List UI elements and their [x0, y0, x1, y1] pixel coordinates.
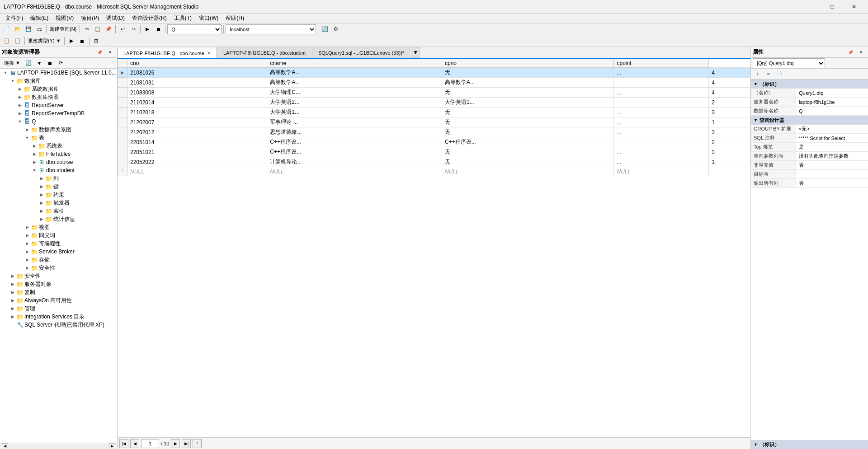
- cell-cpno[interactable]: C++程序设...: [442, 137, 614, 147]
- tree-node-filetables[interactable]: ▶ 📁 FileTables: [0, 150, 117, 158]
- new-cell-cpoint[interactable]: NULL: [614, 167, 709, 176]
- tree-node-sqlagent[interactable]: 🔧 SQL Server 代理(已禁用代理 XP): [0, 321, 117, 329]
- prop-targettable-value[interactable]: [796, 170, 868, 178]
- cell-cpoint[interactable]: 4: [709, 78, 750, 88]
- cell-cpno2[interactable]: ...: [614, 157, 709, 167]
- cell-cpoint[interactable]: 2: [709, 98, 750, 108]
- scroll-left-button[interactable]: ◀: [2, 443, 8, 449]
- table-row[interactable]: 22052022 计算机导论... 无 ... 1: [118, 157, 750, 167]
- tab-sqlquery[interactable]: SQLQuery1.sql -...G1BE\Lenovo (53))*: [312, 47, 410, 58]
- open-button[interactable]: 📂: [13, 24, 23, 34]
- cell-cno[interactable]: 21102014: [127, 98, 267, 108]
- tab-course[interactable]: LAPTOP-F8H1G1BE.Q - dbo.course ✕: [118, 48, 217, 59]
- cell-cno[interactable]: 21202012: [127, 127, 267, 137]
- tree-node-alwayson[interactable]: ▶ 📁 AlwaysOn 高可用性: [0, 296, 117, 304]
- tree-node-dbdiagram[interactable]: ▶ 📁 数据库关系图: [0, 126, 117, 134]
- cell-cname[interactable]: 计算机导论...: [267, 157, 442, 167]
- cell-cpno2[interactable]: ...: [614, 147, 709, 157]
- menu-window[interactable]: 窗口(W): [195, 14, 222, 23]
- refresh-button[interactable]: 🔄: [320, 24, 330, 34]
- tab-course-close[interactable]: ✕: [207, 51, 211, 56]
- tree-node-storage[interactable]: ▶ 📁 存储: [0, 256, 117, 264]
- grid-new-row[interactable]: * NULL NULL NULL NULL: [118, 167, 750, 176]
- cell-cpno2[interactable]: ...: [614, 88, 709, 98]
- table-row[interactable]: 22051014 C++程序设... C++程序设... 2: [118, 137, 750, 147]
- execute-button[interactable]: ▶: [142, 24, 152, 34]
- cell-cpoint[interactable]: 3: [709, 108, 750, 117]
- props-section-identity[interactable]: ▼ （标识）: [751, 80, 868, 89]
- menu-project[interactable]: 项目(P): [77, 14, 103, 23]
- new-cell-cname[interactable]: NULL: [267, 167, 442, 176]
- table-row[interactable]: 21081031 高等数学A... 高等数学A... 4: [118, 78, 750, 88]
- prop-distinct-value[interactable]: 否: [796, 161, 868, 169]
- new-cell-cno[interactable]: NULL: [127, 167, 267, 176]
- cell-cpoint[interactable]: 2: [709, 137, 750, 147]
- refresh-tree-button[interactable]: 🔄: [24, 58, 33, 68]
- tree-node-sysdbs[interactable]: ▶ 📁 系统数据库: [0, 85, 117, 93]
- tree-node-dbsnapshots[interactable]: ▶ 📁 数据库快照: [0, 93, 117, 101]
- prop-sqlcomment-value[interactable]: ***** Script for Select: [796, 134, 868, 142]
- tree-node-col[interactable]: ▶ 📁 列: [0, 174, 117, 182]
- prop-top-value[interactable]: 是: [796, 143, 868, 151]
- toolbar2-run[interactable]: ▶: [66, 36, 76, 46]
- toolbar2-btn2[interactable]: 📋: [13, 36, 23, 46]
- tree-node-key[interactable]: ▶ 📁 键: [0, 182, 117, 191]
- save-all-button[interactable]: 🗂: [34, 24, 44, 34]
- tree-node-security[interactable]: ▶ 📁 安全性: [0, 272, 117, 280]
- cell-cno[interactable]: 22051021: [127, 147, 267, 157]
- tree-node-databases[interactable]: ▼ 📁 数据库: [0, 77, 117, 85]
- tree-node-management[interactable]: ▶ 📁 管理: [0, 304, 117, 313]
- sync-button[interactable]: ⟳: [56, 58, 66, 68]
- minimize-button[interactable]: —: [800, 0, 821, 14]
- tree-node-integration[interactable]: ▶ 📁 Integration Services 目录: [0, 313, 117, 321]
- tree-node-replication[interactable]: ▶ 📁 复制: [0, 288, 117, 296]
- toolbar2-grid[interactable]: ⊞: [91, 36, 101, 46]
- nav-last[interactable]: ▶|: [182, 439, 191, 448]
- cell-cno[interactable]: 22051014: [127, 137, 267, 147]
- cell-cpno2[interactable]: [614, 78, 709, 88]
- prop-db-value[interactable]: Q: [796, 107, 868, 115]
- cell-cpno[interactable]: 无: [442, 147, 614, 157]
- toolbar2-changetype[interactable]: 更改类型(Y) ▼: [27, 36, 62, 46]
- prop-groupby-value[interactable]: <无>: [796, 125, 868, 133]
- cell-cpno[interactable]: 无: [442, 157, 614, 167]
- cell-cpno[interactable]: 无: [442, 88, 614, 98]
- cell-cname[interactable]: 大学物理C...: [267, 88, 442, 98]
- menu-help[interactable]: 帮助(H): [222, 14, 248, 23]
- tree-node-synonyms[interactable]: ▶ 📁 同义词: [0, 231, 117, 239]
- tree-node-dbo-student[interactable]: ▼ ⊞ dbo.student: [0, 166, 117, 174]
- cell-cname[interactable]: 高等数学A...: [267, 68, 442, 78]
- table-row[interactable]: 21083008 大学物理C... 无 ... 4: [118, 88, 750, 98]
- nav-next[interactable]: ▶: [171, 439, 180, 448]
- query-selector[interactable]: [Qry] Query1.dtq: [753, 58, 825, 68]
- new-cell-cpno[interactable]: NULL: [442, 167, 614, 176]
- tree-node-dbo-course[interactable]: ▶ ⊞ dbo.course: [0, 158, 117, 166]
- tree-node-index[interactable]: ▶ 📁 索引: [0, 207, 117, 215]
- tree-node-views[interactable]: ▶ 📁 视图: [0, 223, 117, 231]
- tree-node-reportserver[interactable]: ▶ 🗄 ReportServer: [0, 101, 117, 109]
- cell-cname[interactable]: 思想道德修...: [267, 127, 442, 137]
- nav-prev[interactable]: ◀: [130, 439, 139, 448]
- cell-cno[interactable]: 21202007: [127, 117, 267, 127]
- cell-cpno2[interactable]: ...: [614, 68, 709, 78]
- stop-refresh-button[interactable]: ⏹: [45, 58, 55, 68]
- cut-button[interactable]: ✂: [82, 24, 92, 34]
- toolbar2-btn3[interactable]: ⏹: [77, 36, 87, 46]
- cell-cpno[interactable]: 无: [442, 117, 614, 127]
- tab-student[interactable]: LAPTOP-F8H1G1BE.Q - dbo.student: [217, 47, 311, 58]
- panel-close[interactable]: ✕: [105, 49, 115, 56]
- props-section-identity-bottom[interactable]: ▼ （标识）: [751, 440, 868, 449]
- tree-node-security-q[interactable]: ▶ 📁 安全性: [0, 264, 117, 272]
- cell-cname[interactable]: 高等数学A...: [267, 78, 442, 88]
- props-pages[interactable]: 📄: [774, 69, 784, 79]
- right-panel-close[interactable]: ✕: [856, 49, 866, 56]
- new-query-button[interactable]: 新建查询(N): [48, 24, 78, 34]
- toolbar2-btn1[interactable]: 📋: [2, 36, 12, 46]
- menu-debug[interactable]: 调试(D): [103, 14, 128, 23]
- tree-node-server[interactable]: ▼ 🖥 LAPTOP-F8H1G1BE (SQL Server 11.0...: [0, 69, 117, 77]
- cell-cname[interactable]: 大学英语1...: [267, 108, 442, 117]
- cell-cname[interactable]: 军事理论 ...: [267, 117, 442, 127]
- copy-button[interactable]: 📋: [93, 24, 103, 34]
- table-row[interactable]: 21202012 思想道德修... 无 ... 3: [118, 127, 750, 137]
- cell-cname[interactable]: 大学英语2...: [267, 98, 442, 108]
